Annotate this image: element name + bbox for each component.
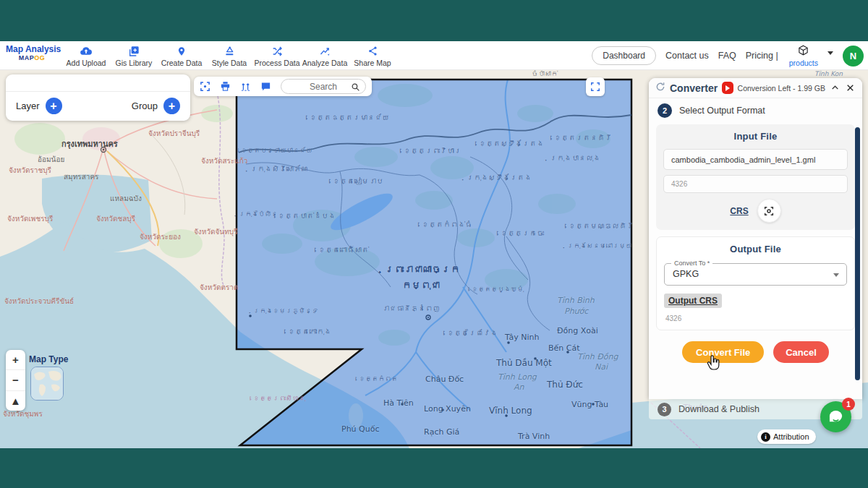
sync-icon [655,82,665,95]
search-box [281,79,366,94]
products-label: products [789,59,818,67]
layers-panel: Layer + Group + [6,74,190,121]
output-file-heading: Output File [664,244,847,254]
letterbox-bottom [0,448,868,488]
print-icon[interactable] [220,81,231,92]
nav-label: Create Data [161,59,203,67]
share-icon [367,45,378,57]
cancel-button[interactable]: Cancel [773,341,829,363]
crs-picker-button[interactable] [757,199,781,223]
location-pin-icon [176,45,187,57]
screen: Map Analysis MAPOG Add Upload Gis Librar… [0,0,868,488]
search-icon[interactable] [351,82,360,95]
map-toolbar [194,77,372,96]
comment-icon[interactable] [260,81,271,92]
converter-header: Converter Conversion Left - 1.99 GB [649,78,862,98]
library-add-icon [128,45,140,57]
logo-subtitle: MAPOG [6,54,58,62]
input-filename-field[interactable]: cambodia_cambodia_admin_level_1.gml [663,149,848,170]
world-thumbnail [31,367,64,401]
input-crs-field[interactable]: 4326 [663,175,848,193]
branch-arrows-icon [271,45,283,57]
chart-analyze-icon [319,45,331,57]
user-avatar[interactable]: N [843,46,864,67]
nav-label: Analyze Data [302,59,347,67]
nav-item-gis-library[interactable]: Gis Library [110,43,158,67]
app-logo[interactable]: Map Analysis MAPOG [6,44,58,62]
nav-label: Share Map [354,59,391,67]
nav-item-process-data[interactable]: Process Data [253,43,301,67]
chat-bubble-icon [827,409,844,424]
step-2-label: Select Output Format [679,106,765,116]
contact-us-link[interactable]: Contact us [665,51,709,61]
input-file-heading: Input File [663,131,848,142]
output-crs-value: 4326 [664,314,847,322]
chat-notification-badge: 1 [842,398,855,411]
crs-scan-icon [763,205,775,217]
measure-icon[interactable] [240,81,251,92]
nav-item-style-data[interactable]: Style Data [205,43,253,67]
zoom-out-button[interactable]: − [6,369,25,390]
map-type-label: Map Type [29,354,68,364]
focus-extent-icon[interactable] [200,81,210,92]
cloud-upload-icon [80,45,93,57]
step-2-row: 2 Select Output Format [649,98,862,121]
close-button[interactable] [845,83,856,93]
crs-link[interactable]: CRS [730,206,748,216]
layers-panel-header [6,74,190,92]
products-menu[interactable]: products [789,45,818,67]
nav-menu: Add Upload Gis Library Create Data Style… [62,43,396,67]
convert-to-select[interactable]: Convert To * GPKG [664,263,847,286]
dashboard-button[interactable]: Dashboard [592,46,656,65]
nav-item-add-upload[interactable]: Add Upload [62,43,110,67]
logo-title: Map Analysis [6,44,58,54]
map-control-button[interactable] [586,77,605,96]
plus-icon: + [46,98,62,114]
add-layer-button[interactable]: Layer + [16,98,62,114]
info-icon: i [761,432,770,442]
conversion-quota: Conversion Left - 1.99 GB [738,84,825,93]
convert-to-label: Convert To * [671,260,712,267]
step-3-label: Download & Publish [678,404,760,414]
nav-item-create-data[interactable]: Create Data [158,43,205,67]
zoom-in-button[interactable]: + [6,350,25,369]
map-type-switcher[interactable] [30,367,64,401]
chevron-down-icon[interactable] [827,51,833,55]
cube-icon [798,45,809,59]
select-caret-icon [833,273,839,277]
zoom-control: + − ▲ [6,350,25,411]
top-navbar: Map Analysis MAPOG Add Upload Gis Librar… [0,41,868,70]
attribution-label: Attribution [773,432,809,441]
panel-title: Converter [670,82,718,94]
faq-link[interactable]: FAQ [718,51,736,61]
step-2-badge: 2 [658,103,672,118]
step-3-badge: 3 [658,403,671,416]
input-file-card: Input File cambodia_cambodia_admin_level… [656,124,855,230]
output-crs-link[interactable]: Output CRS [664,294,722,308]
panel-scrollbar[interactable] [855,127,860,380]
navbar-right: Dashboard Contact us FAQ Pricing | produ… [592,41,864,70]
layer-label: Layer [16,100,40,111]
attribution-button[interactable]: i Attribution [757,429,816,444]
nav-label: Process Data [254,59,299,67]
pricing-link[interactable]: Pricing | [746,51,778,61]
nav-label: Gis Library [116,59,153,67]
fullscreen-icon [590,82,600,92]
letterbox-top [0,0,868,41]
add-group-button[interactable]: Group + [132,98,180,114]
converter-panel: Converter Conversion Left - 1.99 GB 2 Se… [649,78,862,399]
nav-item-analyze-data[interactable]: Analyze Data [301,43,349,67]
youtube-icon[interactable] [722,82,733,94]
nav-label: Add Upload [67,59,106,67]
group-label: Group [132,100,158,111]
nav-label: Style Data [212,59,247,67]
compass-button[interactable]: ▲ [6,390,25,411]
convert-to-value: GPKG [665,264,846,285]
plus-icon: + [163,98,180,114]
output-file-card: Output File Convert To * GPKG Output CRS… [656,236,855,330]
nav-item-share-map[interactable]: Share Map [349,43,396,67]
paint-style-icon [224,45,235,57]
convert-file-button[interactable]: Convert File [682,341,764,363]
collapse-button[interactable] [830,83,841,93]
